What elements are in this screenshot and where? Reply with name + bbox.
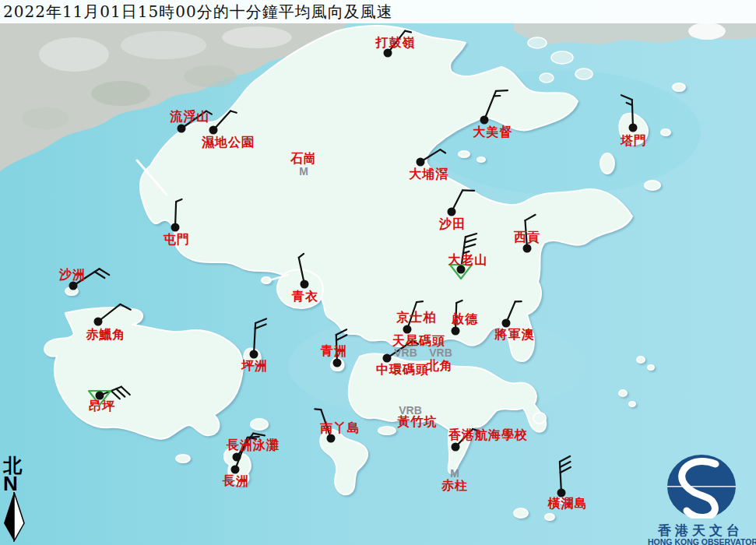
wind-barb-kai-tak [452, 301, 462, 336]
wind-barb-tseung-kwan-o [502, 301, 522, 327]
wind-overlay [0, 0, 756, 545]
wind-barb-lamma-island [315, 409, 335, 442]
wind-barb-sai-kung [523, 215, 536, 253]
north-compass: 北 N [2, 456, 33, 545]
wind-barb-tates-cairn [450, 234, 476, 279]
north-letter-label: N [3, 475, 33, 492]
wind-barb-tai-po-kau [417, 149, 446, 166]
wind-barb-tuen-mun [171, 199, 182, 232]
wind-barb-chek-lap-kok [94, 304, 131, 326]
wind-barb-ta-kwu-ling [384, 31, 411, 58]
wind-barb-waglan-island [557, 456, 571, 497]
wind-barb-sha-tin [448, 190, 475, 216]
hko-name-chinese: 香港天文台 [648, 523, 754, 537]
wind-barb-tsing-yi [299, 254, 309, 289]
hko-logo-icon [648, 452, 754, 519]
wind-barb-ngong-ping [89, 387, 130, 405]
wind-barb-kings-park [403, 301, 424, 333]
hko-name-english: HONG KONG OBSERVATORY [648, 537, 754, 545]
north-arrow-icon [2, 492, 28, 542]
wind-barb-lau-fau-shan [178, 111, 212, 133]
map-title: 2022年11月01日15時00分的十分鐘平均風向及風速 [0, 2, 393, 23]
hko-logo: 香港天文台 HONG KONG OBSERVATORY [648, 452, 754, 545]
hko-wind-map: 打鼓嶺流浮山濕地公園石崗M大美督塔門大埔滘沙田西貢屯門大老山沙洲青衣赤鱲角京士柏… [0, 0, 756, 545]
wind-barb-peng-chau [250, 318, 267, 358]
wind-barb-green-island [333, 329, 347, 367]
wind-barb-sha-chau [69, 269, 110, 290]
wind-barb-tai-mei-tuk [480, 90, 508, 124]
wind-barb-wetland-park [209, 111, 237, 134]
title-bar: 2022年11月01日15時00分的十分鐘平均風向及風速 [0, 0, 756, 23]
wind-barb-central-pier [383, 341, 419, 363]
wind-barb-hk-sea-school [452, 429, 479, 452]
wind-barb-tap-mun [621, 95, 638, 132]
